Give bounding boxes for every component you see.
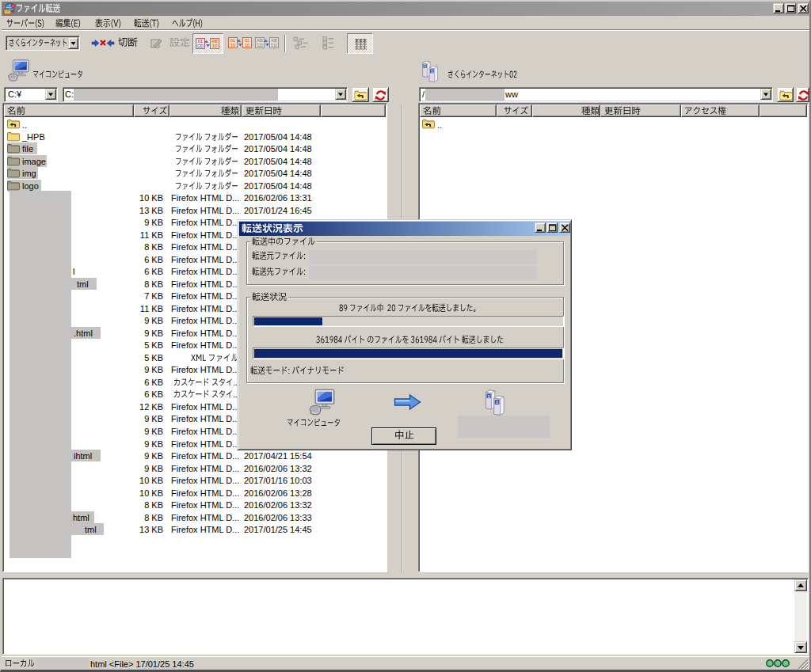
svg-text:1: 1 [488,394,490,399]
svg-text:CD: CD [257,43,263,47]
svg-text:CD: CD [271,43,277,47]
svg-text:CD: CD [197,44,204,48]
svg-text:10: 10 [212,44,217,48]
svg-text:10: 10 [245,43,249,47]
svg-text:1: 1 [496,400,498,404]
svg-text:1: 1 [431,70,433,74]
svg-text:10: 10 [230,43,235,47]
